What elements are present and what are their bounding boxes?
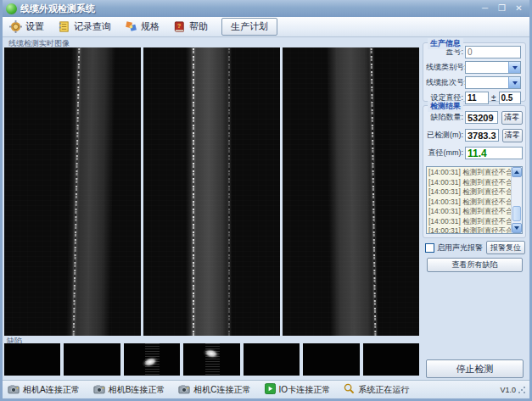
defect-count-value: 53209 [465,111,498,124]
diameter-label: 直径(mm): [426,148,465,159]
cable-type-select[interactable] [465,61,521,74]
detection-results-title: 检测结果 [428,101,463,112]
help-label: 帮助 [189,20,208,33]
defect-count-label: 缺陷数量: [426,112,465,123]
io-card-status-label: IO卡连接正常 [279,384,331,396]
clear-defect-count-button[interactable]: 清零 [501,111,523,125]
restore-button[interactable]: ❐ [495,3,509,14]
cable-batch-select[interactable] [465,76,521,89]
title-bar[interactable]: 线缆外观检测系统 ─ ❐ ✕ [3,0,529,17]
camera-c-strip [283,47,419,336]
alarm-row: 启用声光报警 报警复位 [425,241,525,254]
specs-label: 规格 [141,20,160,33]
clear-measured-length-button[interactable]: 清零 [502,129,523,142]
camera-icon [8,384,20,396]
camera-b-strip [143,47,280,336]
log-scrollbar[interactable] [511,167,522,233]
stop-detection-button[interactable]: 停止检测 [426,359,524,378]
io-card-icon [265,383,276,396]
detection-log-list[interactable]: [14:00:31] 检测到直径不合格 [14:00:31] 检测到直径不合格 … [426,166,523,234]
camera-a-status-label: 相机A连接正常 [23,384,80,396]
magnifier-icon [344,383,355,396]
view-all-defects-button[interactable]: 查看所有缺陷 [427,258,523,272]
reel-no-input[interactable]: 0 [465,46,521,58]
scroll-down-icon[interactable] [512,223,522,233]
image-noise [283,47,419,336]
cable-type-row: 线缆类别号: [426,61,523,74]
diameter-row: 直径(mm): 11.4 [426,147,523,159]
camera-icon [178,384,190,396]
set-diameter-input[interactable]: 11 [465,92,489,104]
defect-thumbnail[interactable] [244,343,300,376]
app-icon [6,3,17,14]
defect-thumbnail[interactable] [183,343,239,376]
status-bar: 相机A连接正常 相机B连接正常 相机C连接正常 IO卡连接正常 系统正在运行 V… [3,380,529,398]
system-running-status: 系统正在运行 [344,383,409,396]
cable-type-label: 线缆类别号: [426,62,465,73]
image-noise [143,47,280,336]
help-book-icon: ? [173,20,186,33]
camera-c-status: 相机C连接正常 [178,384,250,396]
defect-thumbnail[interactable] [124,343,180,376]
scrollbar-thumb[interactable] [512,206,521,221]
app-window: 线缆外观检测系统 ─ ❐ ✕ 设置 记录查询 规格 ? 帮助 生产计划 线缆检测… [0,0,532,401]
spec-icon [125,20,137,33]
scroll-up-icon[interactable] [512,167,522,177]
camera-a-strip [4,47,141,336]
specs-button[interactable]: 规格 [125,20,160,33]
toolbar: 设置 记录查询 规格 ? 帮助 生产计划 [3,17,529,37]
cable-batch-row: 线缆批次号: [426,76,523,89]
chevron-down-icon[interactable] [508,77,520,88]
defect-thumbnail[interactable] [4,343,60,376]
log-entry: [14:00:31] 检测到直径不合格 [427,187,522,197]
chevron-down-icon[interactable] [508,62,520,73]
cable-batch-label: 线缆批次号: [426,77,465,88]
gear-icon [9,20,22,33]
records-query-button[interactable]: 记录查询 [58,20,111,33]
settings-button[interactable]: 设置 [9,20,44,33]
image-noise [4,47,141,336]
measured-length-row: 已检测(m): 3783.3 清零 [426,129,523,142]
log-entry: [14:00:31] 检测到直径不合格 [427,226,522,234]
defect-thumbnail[interactable] [363,343,419,376]
camera-a-status: 相机A连接正常 [8,384,80,396]
defect-count-row: 缺陷数量: 53209 清零 [426,111,523,124]
tolerance-input[interactable]: 0.5 [499,92,521,104]
defect-thumbnail-strip [4,343,419,376]
production-info-title: 生产信息 [428,38,463,49]
diameter-value: 11.4 [465,147,523,159]
settings-label: 设置 [25,20,44,33]
production-info-group: 生产信息 盘号: 0 线缆类别号: 线缆批次号: [423,42,526,102]
notebook-icon [58,20,70,33]
alarm-enable-checkbox[interactable] [425,243,434,253]
defect-thumbnail[interactable] [64,343,120,376]
log-entry: [14:00:31] 检测到直径不合格 [427,177,522,187]
close-button[interactable]: ✕ [512,3,526,14]
log-entry: [14:00:31] 检测到直径不合格 [427,216,522,226]
defect-thumbnail[interactable] [303,343,359,376]
detection-results-group: 检测结果 缺陷数量: 53209 清零 已检测(m): 3783.3 清零 直径… [423,105,526,238]
log-entry: [14:00:31] 检测到直径不合格 [427,167,522,177]
svg-text:?: ? [177,22,182,30]
help-button[interactable]: ? 帮助 [173,20,208,33]
alarm-reset-button[interactable]: 报警复位 [486,241,525,254]
minimize-button[interactable]: ─ [478,3,492,14]
system-running-label: 系统正在运行 [358,384,409,396]
log-entry: [14:00:31] 检测到直径不合格 [427,206,522,216]
camera-b-status: 相机B连接正常 [93,384,165,396]
log-entry: [14:00:31] 检测到直径不合格 [427,197,522,207]
measured-length-label: 已检测(m): [426,130,465,141]
camera-icon [93,384,105,396]
camera-c-status-label: 相机C连接正常 [193,384,250,396]
live-camera-view [4,47,419,336]
alarm-enable-label: 启用声光报警 [437,242,483,253]
io-card-status: IO卡连接正常 [265,383,331,396]
resize-grip[interactable] [518,386,526,394]
production-plan-button[interactable]: 生产计划 [221,18,277,36]
window-title: 线缆外观检测系统 [20,3,475,15]
client-area: 线缆检测实时图像 缺陷 [3,37,529,380]
plus-minus-label: ± [491,93,496,103]
camera-b-status-label: 相机B连接正常 [109,384,165,396]
right-panel: 生产信息 盘号: 0 线缆类别号: 线缆批次号: [422,37,528,380]
measured-length-value: 3783.3 [465,129,499,142]
